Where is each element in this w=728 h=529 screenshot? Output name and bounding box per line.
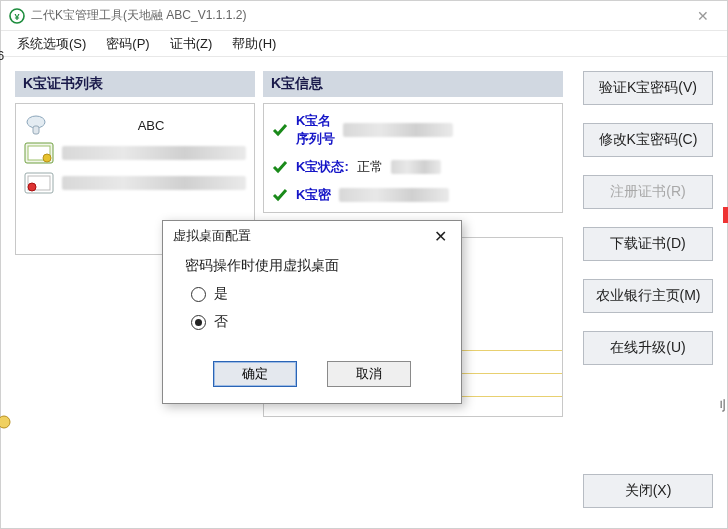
svg-rect-3	[33, 126, 39, 134]
edge-fragment-text: 刂	[714, 397, 727, 415]
change-password-button[interactable]: 修改K宝密码(C)	[583, 123, 713, 157]
dialog-ok-button[interactable]: 确定	[213, 361, 297, 387]
right-column: 验证K宝密码(V) 修改K宝密码(C) 注册证书(R) 下载证书(D) 农业银行…	[571, 71, 719, 508]
svg-text:¥: ¥	[14, 11, 19, 21]
device-row[interactable]: ABC	[20, 110, 250, 138]
cert-text-redacted	[62, 146, 246, 160]
dialog-titlebar: 虚拟桌面配置 ✕	[163, 221, 461, 251]
menu-password[interactable]: 密码(P)	[96, 32, 159, 56]
online-upgrade-button[interactable]: 在线升级(U)	[583, 331, 713, 365]
radio-no-row[interactable]: 否	[191, 313, 439, 331]
cert-item[interactable]	[20, 138, 250, 168]
info-value-status: 正常	[357, 158, 383, 176]
window-title: 二代K宝管理工具(天地融 ABC_V1.1.1.2)	[31, 7, 687, 24]
radio-no-label: 否	[214, 313, 228, 331]
titlebar: ¥ 二代K宝管理工具(天地融 ABC_V1.1.1.2) ✕	[1, 1, 727, 31]
usb-key-icon	[24, 114, 48, 136]
info-label: K宝密	[296, 186, 331, 204]
info-value-redacted	[339, 188, 449, 202]
radio-yes-label: 是	[214, 285, 228, 303]
device-label: ABC	[58, 118, 244, 133]
certificate-icon	[24, 172, 54, 194]
dialog-title: 虚拟桌面配置	[173, 227, 251, 245]
info-row-password: K宝密	[272, 186, 554, 204]
info-value-redacted	[343, 123, 453, 137]
menu-help[interactable]: 帮助(H)	[222, 32, 286, 56]
coin-fragment-icon	[0, 415, 11, 429]
cert-text-redacted	[62, 176, 246, 190]
check-icon	[272, 160, 288, 174]
window-close-icon[interactable]: ✕	[687, 8, 719, 24]
info-panel: K宝名 序列号 K宝状态: 正常 K宝密	[263, 103, 563, 213]
dialog-prompt: 密码操作时使用虚拟桌面	[185, 257, 439, 275]
cert-item[interactable]	[20, 168, 250, 198]
svg-point-9	[28, 183, 36, 191]
close-button[interactable]: 关闭(X)	[583, 474, 713, 508]
virtual-desktop-dialog: 虚拟桌面配置 ✕ 密码操作时使用虚拟桌面 是 否 确定 取消	[162, 220, 462, 404]
radio-yes[interactable]	[191, 287, 206, 302]
radio-yes-row[interactable]: 是	[191, 285, 439, 303]
info-label: K宝状态:	[296, 158, 349, 176]
check-icon	[272, 123, 288, 137]
radio-no[interactable]	[191, 315, 206, 330]
check-icon	[272, 188, 288, 202]
svg-point-10	[0, 416, 10, 428]
menu-system[interactable]: 系统选项(S)	[7, 32, 96, 56]
edge-red-marker	[723, 207, 728, 223]
info-label: 序列号	[296, 130, 335, 148]
verify-password-button[interactable]: 验证K宝密码(V)	[583, 71, 713, 105]
dialog-close-icon[interactable]: ✕	[430, 227, 451, 246]
download-cert-button[interactable]: 下载证书(D)	[583, 227, 713, 261]
menu-cert[interactable]: 证书(Z)	[160, 32, 223, 56]
menubar: 系统选项(S) 密码(P) 证书(Z) 帮助(H)	[1, 31, 727, 57]
cert-list-header: K宝证书列表	[15, 71, 255, 97]
info-row-status: K宝状态: 正常	[272, 158, 554, 176]
info-row-name: K宝名 序列号	[272, 112, 554, 148]
info-header: K宝信息	[263, 71, 563, 97]
certificate-icon	[24, 142, 54, 164]
info-value-redacted	[391, 160, 441, 174]
register-cert-button: 注册证书(R)	[583, 175, 713, 209]
info-label: K宝名	[296, 112, 335, 130]
svg-point-6	[43, 154, 51, 162]
dialog-cancel-button[interactable]: 取消	[327, 361, 411, 387]
app-icon: ¥	[9, 8, 25, 24]
bank-homepage-button[interactable]: 农业银行主页(M)	[583, 279, 713, 313]
